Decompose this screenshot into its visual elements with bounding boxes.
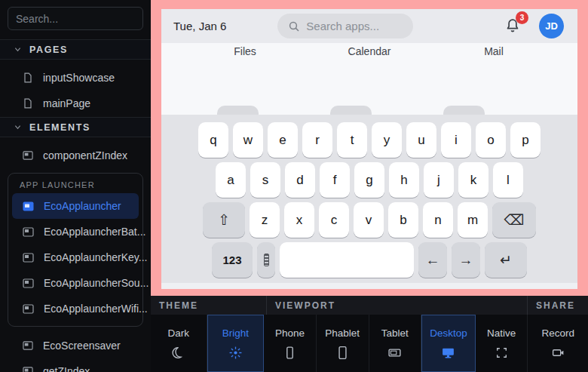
key-g[interactable]: g — [354, 162, 384, 198]
cursor-right-key[interactable]: → — [452, 242, 480, 278]
app-icon-partial[interactable] — [217, 106, 259, 115]
keyboard-bottom-strip — [161, 283, 577, 289]
sidebar-item-ecoapplauncherbat[interactable]: EcoApplauncherBat... — [12, 219, 139, 244]
sidebar-item-label: inputShowcase — [43, 72, 115, 84]
cursor-left-key[interactable]: ← — [418, 242, 447, 278]
app-icon-partial[interactable] — [330, 106, 372, 115]
arrow-right-icon: → — [459, 252, 473, 269]
brightness-icon — [228, 346, 243, 360]
button-label: Phablet — [325, 327, 360, 339]
app-launcher-preview: Tue, Jan 6 3 JD Files Calendar Mail q w — [161, 9, 577, 289]
avatar[interactable]: JD — [539, 14, 564, 38]
chevron-down-icon — [14, 124, 21, 131]
sidebar-item-mainpage[interactable]: mainPage — [0, 91, 151, 116]
section-theme: THEME — [151, 296, 267, 315]
key-c[interactable]: c — [319, 202, 349, 238]
viewport-phablet-button[interactable]: Phablet — [317, 315, 369, 372]
viewport-desktop-button[interactable]: Desktop — [421, 315, 476, 372]
sidebar-item-label: getZIndex — [43, 365, 90, 372]
section-share: SHARE — [528, 296, 588, 315]
keyboard-row-1: q w e r t y u i o p — [161, 122, 577, 158]
key-i[interactable]: i — [441, 122, 471, 158]
app-grid-area: Files Calendar Mail — [161, 43, 577, 115]
group-label: APP LAUNCHER — [12, 178, 139, 192]
key-t[interactable]: t — [337, 122, 367, 158]
key-k[interactable]: k — [458, 162, 488, 198]
key-j[interactable]: j — [424, 162, 454, 198]
key-d[interactable]: d — [285, 162, 315, 198]
phablet-icon — [335, 346, 350, 360]
notification-badge: 3 — [516, 11, 528, 24]
key-s[interactable]: s — [250, 162, 280, 198]
key-l[interactable]: l — [493, 162, 523, 198]
app-label-calendar[interactable]: Calendar — [348, 45, 391, 57]
tablet-icon — [387, 346, 402, 360]
space-key[interactable] — [280, 242, 414, 278]
button-label: Dark — [168, 327, 190, 339]
viewport-native-button[interactable]: Native — [476, 315, 528, 372]
backspace-icon: ⌫ — [504, 211, 525, 229]
button-label: Desktop — [430, 327, 467, 339]
share-record-button[interactable]: Record — [528, 315, 588, 372]
key-b[interactable]: b — [388, 202, 418, 238]
viewport-phone-button[interactable]: Phone — [264, 315, 317, 372]
key-z[interactable]: z — [250, 202, 280, 238]
sidebar-item-componentzindex[interactable]: componentZIndex — [0, 143, 151, 168]
key-a[interactable]: a — [216, 162, 246, 198]
section-header-elements[interactable]: ELEMENTS — [0, 117, 151, 137]
key-m[interactable]: m — [458, 202, 488, 238]
key-f[interactable]: f — [320, 162, 350, 198]
viewport-tablet-button[interactable]: Tablet — [369, 315, 422, 372]
sidebar-item-ecoapplauncherwifi[interactable]: EcoApplauncherWifi... — [12, 296, 139, 321]
app-label-files[interactable]: Files — [234, 45, 256, 57]
key-o[interactable]: o — [476, 122, 506, 158]
toolbar-header: THEME VIEWPORT SHARE — [151, 296, 588, 315]
app-search-input[interactable] — [306, 20, 404, 32]
section-viewport: VIEWPORT — [267, 296, 528, 315]
key-n[interactable]: n — [423, 202, 453, 238]
section-header-pages[interactable]: PAGES — [0, 39, 151, 60]
key-u[interactable]: u — [406, 122, 436, 158]
sidebar-item-label: EcoApplauncherBat... — [44, 226, 145, 238]
moon-icon — [171, 346, 185, 360]
enter-icon: ↵ — [500, 251, 512, 269]
notifications-button[interactable]: 3 — [504, 17, 522, 36]
shift-icon: ⇧ — [218, 211, 230, 229]
key-e[interactable]: e — [268, 122, 298, 158]
sidebar-search-input[interactable] — [8, 7, 143, 30]
date-label: Tue, Jan 6 — [173, 20, 226, 32]
key-r[interactable]: r — [302, 122, 332, 158]
numeric-mode-key[interactable]: 123 — [212, 242, 253, 278]
record-camera-icon — [551, 346, 565, 360]
arrow-left-icon: ← — [426, 252, 440, 269]
backspace-key[interactable]: ⌫ — [492, 202, 536, 238]
preview-topbar: Tue, Jan 6 3 JD — [161, 9, 577, 43]
key-y[interactable]: y — [372, 122, 402, 158]
sidebar-item-inputshowcase[interactable]: inputShowcase — [0, 65, 151, 91]
component-icon — [23, 278, 34, 288]
theme-bright-button[interactable]: Bright — [207, 315, 265, 372]
app-label-mail[interactable]: Mail — [484, 45, 504, 57]
layout-switch-key[interactable] — [257, 242, 275, 278]
button-label: Bright — [222, 327, 249, 339]
component-icon — [23, 150, 33, 161]
theme-dark-button[interactable]: Dark — [151, 315, 207, 372]
key-v[interactable]: v — [354, 202, 384, 238]
sidebar-item-ecoapplauncher[interactable]: EcoApplauncher — [12, 193, 139, 219]
key-x[interactable]: x — [284, 202, 314, 238]
enter-key[interactable]: ↵ — [485, 242, 527, 278]
key-h[interactable]: h — [389, 162, 419, 198]
sidebar-item-label: EcoApplauncherKey... — [44, 251, 148, 263]
key-q[interactable]: q — [198, 122, 228, 158]
shift-key[interactable]: ⇧ — [203, 202, 245, 238]
sidebar-item-getzindex[interactable]: getZIndex — [0, 358, 151, 372]
app-icon-partial[interactable] — [443, 106, 485, 115]
sidebar-item-ecoscreensaver[interactable]: EcoScreensaver — [0, 333, 151, 358]
key-p[interactable]: p — [510, 122, 541, 158]
app-search[interactable] — [277, 14, 413, 38]
section-label: PAGES — [29, 45, 68, 55]
keyboard-row-2: a s d f g h j k l — [161, 162, 577, 198]
key-w[interactable]: w — [233, 122, 263, 158]
sidebar-item-ecoapplaunchersou[interactable]: EcoApplauncherSou... — [12, 270, 139, 296]
sidebar-item-ecoapplauncherkey[interactable]: EcoApplauncherKey... — [12, 244, 139, 270]
